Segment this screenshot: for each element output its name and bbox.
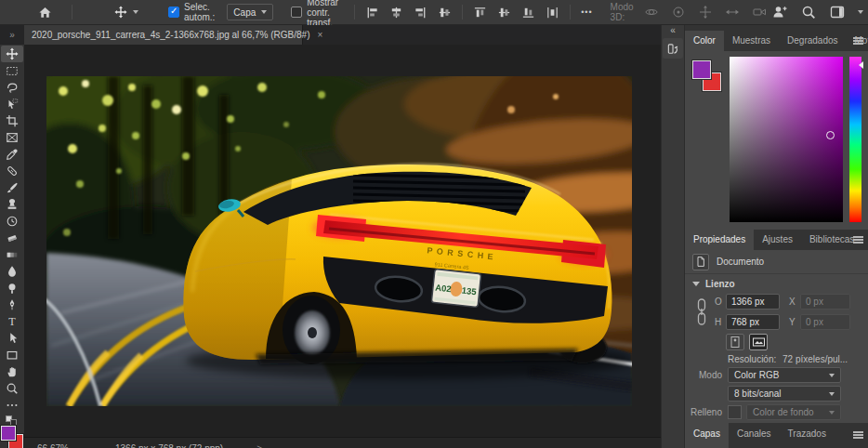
canvas-image[interactable]: A02 135 PORSCHE 911 Carrera 4S — [46, 76, 632, 406]
align-left-button[interactable] — [362, 2, 382, 22]
link-dimensions-icon[interactable] — [696, 298, 707, 326]
show-transform-checkbox[interactable]: Mostrar contr. transf. — [288, 2, 341, 22]
search-icon — [801, 5, 816, 20]
width-label: O — [715, 296, 722, 307]
tool-eyedropper[interactable] — [1, 146, 23, 163]
color-tab-color[interactable]: Color — [685, 31, 724, 51]
tool-path-selection[interactable] — [1, 330, 23, 347]
color-tab-muestras[interactable]: Muestras — [724, 31, 779, 51]
height-field[interactable]: 768 px — [726, 314, 780, 330]
align-center-vertical-button[interactable] — [387, 2, 406, 22]
bit-depth-dropdown[interactable]: 8 bits/canal — [728, 386, 841, 402]
workspace-button[interactable] — [827, 2, 848, 22]
foreground-color-swatch[interactable] — [1, 426, 16, 441]
align-icon-group — [362, 2, 454, 22]
tool-pen[interactable] — [1, 296, 23, 313]
chevron-down-icon[interactable] — [858, 10, 863, 14]
panel-menu-icon[interactable] — [853, 37, 863, 45]
foreground-color-swatch[interactable] — [692, 60, 711, 79]
crop-icon — [6, 114, 19, 127]
document-icon — [695, 256, 706, 268]
history-panel-button[interactable] — [663, 38, 683, 59]
tool-type[interactable]: T — [1, 313, 23, 330]
width-field[interactable]: 1366 px — [726, 294, 780, 310]
pan-3d-button[interactable] — [695, 2, 716, 22]
tool-blur[interactable] — [1, 263, 23, 280]
document-thumb — [692, 254, 709, 270]
orbit-3d-button[interactable] — [641, 2, 662, 22]
panel-menu-icon[interactable] — [853, 236, 863, 244]
tool-healing-brush[interactable] — [1, 163, 23, 179]
chevron-down-icon — [692, 282, 700, 286]
checkbox-checked-icon — [168, 7, 179, 18]
search-button[interactable] — [798, 2, 819, 22]
tool-hand[interactable] — [1, 363, 23, 380]
properties-tab-propiedades[interactable]: Propiedades — [685, 230, 754, 250]
divider — [72, 5, 72, 20]
auto-select-checkbox[interactable]: Selec. autom.: — [165, 2, 217, 22]
tool-brush[interactable] — [1, 179, 23, 196]
portrait-orientation-button[interactable] — [726, 334, 744, 350]
document-tab[interactable]: 2020_porsche_911_carrera_4s_2-1366x768.j… — [24, 25, 303, 45]
layers-tab-canales[interactable]: Canales — [729, 423, 780, 448]
align-center-horizontal-button[interactable] — [435, 2, 454, 22]
tool-history-brush[interactable] — [1, 213, 23, 230]
canvas-size-fields: O 1366 px X 0 px H 768 px Y 0 px — [685, 293, 868, 334]
status-arrow-icon[interactable]: > — [256, 443, 262, 448]
tool-frame[interactable] — [1, 129, 23, 146]
distribute-top-button[interactable] — [470, 2, 490, 22]
saturation-brightness-field[interactable] — [730, 57, 843, 222]
invite-button[interactable] — [769, 2, 790, 22]
landscape-orientation-button[interactable] — [749, 334, 768, 350]
tool-more-tools[interactable] — [1, 397, 23, 414]
default-colors-icon[interactable] — [6, 415, 19, 425]
marquee-icon — [6, 64, 19, 77]
distribute-bottom-button[interactable] — [519, 2, 538, 22]
canvas-section-header[interactable]: Lienzo — [685, 274, 868, 293]
move-tool-preset[interactable] — [112, 2, 141, 22]
distribute-center-button[interactable] — [494, 2, 514, 22]
expand-left-dock-icon[interactable]: » — [0, 30, 24, 40]
depth-row: 8 bits/canal — [685, 386, 868, 404]
panel-menu-icon[interactable] — [853, 431, 863, 439]
dolly-3d-button[interactable] — [749, 2, 769, 22]
align-center-horizontal-icon — [438, 6, 452, 20]
auto-select-target-dropdown[interactable]: Capa — [227, 4, 273, 20]
pan-3d-icon — [698, 5, 713, 20]
roll-3d-button[interactable] — [668, 2, 689, 22]
hue-slider[interactable] — [849, 57, 861, 222]
tool-object-selection[interactable] — [1, 96, 23, 112]
tool-move[interactable] — [1, 46, 23, 62]
canvas-area[interactable]: A02 135 PORSCHE 911 Carrera 4S — [24, 45, 661, 448]
layers-tab-capas[interactable]: Capas — [685, 423, 729, 448]
layers-panel-group: CapasCanalesTrazados — [685, 423, 868, 448]
color-tab-degradados[interactable]: Degradados — [779, 31, 846, 51]
color-cursor[interactable] — [826, 131, 835, 139]
home-button[interactable] — [35, 2, 55, 22]
close-tab-icon[interactable]: × — [317, 30, 322, 40]
more-options-button[interactable]: ••• — [578, 2, 595, 22]
tool-lasso[interactable] — [1, 79, 23, 96]
tool-dodge[interactable] — [1, 280, 23, 296]
tool-rectangle[interactable] — [1, 347, 23, 363]
tool-zoom[interactable] — [1, 380, 23, 397]
fill-row: Relleno Color de fondo — [685, 404, 868, 423]
tool-gradient[interactable] — [1, 246, 23, 263]
collapse-dock-icon[interactable]: « — [662, 26, 684, 35]
color-mode-dropdown[interactable]: Color RGB — [728, 367, 841, 383]
tool-clone-stamp[interactable] — [1, 196, 23, 213]
hue-marker[interactable] — [859, 61, 863, 69]
zoom-level[interactable]: 66,67% — [37, 443, 85, 448]
color-panel-tabs: ColorMuestrasDegradadosMotivos — [685, 31, 868, 51]
properties-tab-ajustes[interactable]: Ajustes — [754, 230, 801, 250]
tool-marquee[interactable] — [1, 62, 23, 79]
layers-tab-trazados[interactable]: Trazados — [780, 423, 835, 448]
show-transform-label: Mostrar contr. transf. — [307, 0, 338, 28]
align-right-button[interactable] — [411, 2, 430, 22]
brush-icon — [6, 181, 19, 194]
tool-crop[interactable] — [1, 112, 23, 129]
distribute-horizontal-button[interactable] — [543, 2, 562, 22]
tool-eraser[interactable] — [1, 230, 23, 246]
slide-3d-button[interactable] — [722, 2, 743, 22]
properties-panel-tabs: PropiedadesAjustesBibliotecas — [685, 230, 868, 250]
